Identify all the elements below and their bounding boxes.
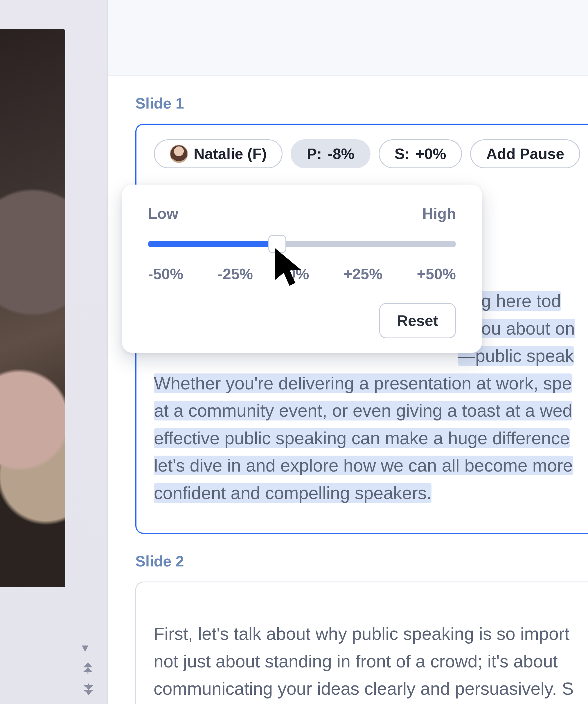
speed-prefix: S: <box>394 145 410 163</box>
slider-low-label: Low <box>148 205 178 222</box>
slider-ticks: -50% -25% 0% +25% +50% <box>148 265 456 283</box>
pitch-slider-popover: Low High -50% -25% 0% +25% +50% Reset <box>122 185 482 353</box>
slide-thumbnail[interactable] <box>0 29 65 587</box>
slider-high-label: High <box>422 205 456 222</box>
text-frag: at a community event, or even giving a t… <box>154 401 572 420</box>
pitch-chip[interactable]: P: -8% <box>291 139 370 168</box>
avatar-icon <box>170 145 188 163</box>
sidebar: ▾ ⯭ ⯯ <box>0 0 107 704</box>
tick: +25% <box>343 265 382 283</box>
text-frag: communicating your ideas clearly and per… <box>154 679 574 699</box>
slider-end-labels: Low High <box>148 205 456 222</box>
pitch-value: -8% <box>327 145 354 163</box>
slider-fill <box>148 241 277 247</box>
tick: +50% <box>417 265 456 283</box>
text-frag: confident and compelling speakers. <box>154 483 431 503</box>
tick: -50% <box>148 265 183 283</box>
tick: -25% <box>218 265 253 283</box>
text-frag: let's dive in and explore how we can all… <box>154 456 573 475</box>
voice-chip[interactable]: Natalie (F) <box>154 139 282 168</box>
add-pause-chip[interactable]: Add Pause <box>470 139 580 168</box>
arrow-down-double-icon[interactable]: ⯯ <box>82 683 95 696</box>
pitch-prefix: P: <box>307 145 322 163</box>
tick: 0% <box>287 265 309 283</box>
reset-button[interactable]: Reset <box>379 303 456 338</box>
text-frag: not just about standing in front of a cr… <box>154 651 558 671</box>
sidebar-nav-arrows: ▾ ⯭ ⯯ <box>82 641 95 696</box>
slide-2-text[interactable]: First, let's talk about why public speak… <box>154 608 588 704</box>
chip-row: Natalie (F) P: -8% S: +0% Add Pause <box>154 139 588 168</box>
slider-handle[interactable] <box>268 235 286 253</box>
speed-chip[interactable]: S: +0% <box>379 139 462 168</box>
arrow-down-small-icon[interactable]: ▾ <box>82 641 95 654</box>
arrow-up-double-icon[interactable]: ⯭ <box>82 662 95 675</box>
speed-value: +0% <box>416 145 446 163</box>
text-frag: First, let's talk about why public speak… <box>154 624 570 644</box>
add-pause-label: Add Pause <box>486 145 564 163</box>
slide-2-label: Slide 2 <box>108 534 588 582</box>
text-frag: effective public speaking can make a hug… <box>154 428 570 448</box>
voice-chip-label: Natalie (F) <box>194 145 267 163</box>
top-spacer <box>108 0 588 76</box>
slide-2-box[interactable]: First, let's talk about why public speak… <box>135 582 588 704</box>
text-frag: Whether you're delivering a presentation… <box>154 373 572 393</box>
pitch-slider[interactable] <box>148 236 456 253</box>
slide-1-label: Slide 1 <box>108 76 588 124</box>
